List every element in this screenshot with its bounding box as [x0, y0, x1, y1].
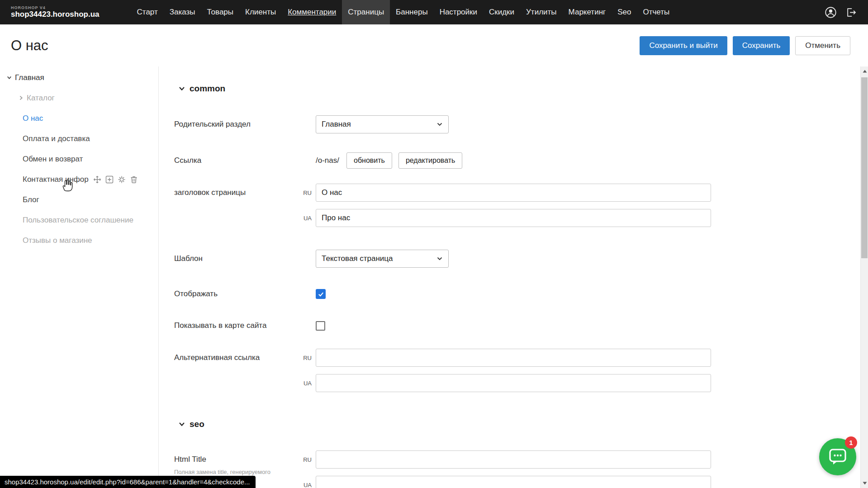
- chat-bubble-icon: [829, 448, 847, 465]
- sidebar-item-label: Контактная инфор: [23, 175, 89, 184]
- parent-section-select[interactable]: Главная: [316, 115, 449, 133]
- lang-tag-ru: RU: [296, 190, 316, 196]
- form-row-display: Отображать: [174, 285, 868, 303]
- lang-tag-ua: UA: [296, 380, 316, 387]
- html-title-ua-input[interactable]: [316, 476, 711, 488]
- parent-section-value: Главная: [322, 120, 351, 129]
- sidebar-item-label: Оплата и доставка: [23, 134, 90, 143]
- nav-item-seo[interactable]: Seo: [612, 0, 637, 24]
- move-icon[interactable]: [93, 175, 101, 184]
- html-title-hint: Полная замена title, генерируемого: [174, 469, 296, 476]
- nav-item-clients[interactable]: Клиенты: [239, 0, 282, 24]
- template-value: Текстовая страница: [322, 254, 393, 263]
- template-label: Шаблон: [174, 254, 296, 263]
- chat-launcher-button[interactable]: 1: [819, 438, 856, 475]
- form-row-sitemap: Показывать в карте сайта: [174, 317, 868, 335]
- sidebar-item-contact-info[interactable]: Контактная инфор: [0, 169, 158, 190]
- chevron-down-icon: [179, 86, 185, 91]
- page-title-ua-input[interactable]: [316, 209, 711, 227]
- chevron-down-icon: [436, 256, 443, 261]
- chat-unread-badge: 1: [845, 436, 857, 449]
- nav-item-reports[interactable]: Отчеты: [637, 0, 675, 24]
- logout-icon[interactable]: [845, 6, 857, 19]
- form-row-alt-link: Альтернативная ссылка RU UA: [174, 349, 868, 392]
- chevron-down-icon: [436, 122, 443, 127]
- chevron-down-icon: [179, 422, 185, 426]
- brand-version-label: HOROSHOP V4: [11, 5, 100, 10]
- nav-item-utilities[interactable]: Утилиты: [520, 0, 563, 24]
- nav-item-comments[interactable]: Комментарии: [282, 0, 342, 24]
- pages-tree-sidebar: Главная Каталог О нас Оплата и доставка …: [0, 66, 159, 488]
- add-page-icon[interactable]: [105, 175, 114, 184]
- cancel-button[interactable]: Отменить: [795, 36, 850, 55]
- nav-item-banners[interactable]: Баннеры: [390, 0, 434, 24]
- page-edit-form: common Родительский раздел Главная Ссылк…: [159, 66, 868, 488]
- nav-item-pages[interactable]: Страницы: [342, 0, 390, 24]
- page-title-label: заголовок страницы: [174, 184, 296, 202]
- sidebar-item-home[interactable]: Главная: [0, 67, 158, 88]
- save-and-exit-button[interactable]: Сохранить и выйти: [640, 36, 727, 55]
- sidebar-item-label: Главная: [15, 73, 44, 82]
- alt-link-ua-input[interactable]: [316, 374, 711, 392]
- tree-item-actions: [93, 175, 138, 184]
- page-body: Главная Каталог О нас Оплата и доставка …: [0, 66, 868, 488]
- link-value: /o-nas/: [316, 156, 339, 165]
- lang-tag-ru: RU: [296, 355, 316, 361]
- chevron-down-icon[interactable]: [5, 75, 13, 81]
- nav-item-orders[interactable]: Заказы: [164, 0, 201, 24]
- sidebar-item-user-agreement[interactable]: Пользовательское соглашение: [0, 210, 158, 230]
- form-row-link: Ссылка /o-nas/ обновить редактировать: [174, 152, 868, 169]
- sidebar-item-about-us[interactable]: О нас: [0, 108, 158, 128]
- sitemap-checkbox[interactable]: [316, 321, 325, 331]
- nav-item-settings[interactable]: Настройки: [434, 0, 483, 24]
- lang-tag-ru: RU: [296, 456, 316, 463]
- sidebar-item-exchange-return[interactable]: Обмен и возврат: [0, 149, 158, 169]
- template-select[interactable]: Текстовая страница: [316, 250, 449, 268]
- nav-item-start[interactable]: Старт: [131, 0, 164, 24]
- page-title-ru-input[interactable]: [316, 184, 711, 202]
- lang-tag-ua: UA: [296, 215, 316, 222]
- gear-icon[interactable]: [118, 175, 126, 184]
- checkmark-icon: [318, 291, 324, 298]
- nav-item-marketing[interactable]: Маркетинг: [563, 0, 612, 24]
- browser-status-url: shop34423.horoshop.ua/edit/edit.php?id=6…: [0, 476, 256, 488]
- sidebar-item-blog[interactable]: Блог: [0, 190, 158, 210]
- display-label: Отображать: [174, 289, 296, 298]
- sidebar-item-payment-delivery[interactable]: Оплата и доставка: [0, 128, 158, 149]
- scrollbar-thumb[interactable]: [861, 77, 868, 258]
- sidebar-item-label: О нас: [23, 114, 43, 123]
- section-seo-label: seo: [190, 419, 204, 429]
- brand-logo[interactable]: HOROSHOP V4 shop34423.horoshop.ua: [11, 5, 100, 19]
- topbar-right-controls: [825, 6, 857, 19]
- header-action-buttons: Сохранить и выйти Сохранить Отменить: [640, 36, 850, 55]
- lang-tag-ua: UA: [296, 482, 316, 488]
- html-title-label: Html Title: [174, 450, 296, 469]
- trash-icon[interactable]: [130, 175, 138, 184]
- edit-link-button[interactable]: редактировать: [398, 152, 462, 169]
- scroll-up-arrow[interactable]: [861, 67, 868, 75]
- html-title-ru-input[interactable]: [316, 450, 711, 469]
- display-checkbox[interactable]: [316, 289, 326, 299]
- user-account-icon[interactable]: [825, 6, 837, 19]
- sidebar-item-store-reviews[interactable]: Отзывы о магазине: [0, 230, 158, 251]
- sidebar-item-catalog[interactable]: Каталог: [0, 88, 158, 108]
- status-url-text: shop34423.horoshop.ua/edit/edit.php?id=6…: [5, 478, 250, 486]
- alt-link-ru-input[interactable]: [316, 349, 711, 367]
- sidebar-item-label: Обмен и возврат: [23, 155, 83, 164]
- nav-item-products[interactable]: Товары: [201, 0, 239, 24]
- top-navigation-bar: HOROSHOP V4 shop34423.horoshop.ua Старт …: [0, 0, 868, 24]
- save-button[interactable]: Сохранить: [733, 36, 790, 55]
- parent-section-label: Родительский раздел: [174, 120, 296, 129]
- scroll-down-arrow[interactable]: [861, 479, 868, 487]
- nav-item-discounts[interactable]: Скидки: [483, 0, 520, 24]
- main-menu: Старт Заказы Товары Клиенты Комментарии …: [131, 0, 676, 24]
- form-row-template: Шаблон Текстовая страница: [174, 250, 868, 268]
- sidebar-item-label: Пользовательское соглашение: [23, 216, 133, 225]
- page-header: О нас Сохранить и выйти Сохранить Отмени…: [0, 24, 868, 66]
- page-title: О нас: [11, 38, 48, 54]
- section-common[interactable]: common: [174, 83, 868, 95]
- link-label: Ссылка: [174, 156, 296, 165]
- chevron-right-icon[interactable]: [17, 95, 24, 101]
- section-seo[interactable]: seo: [174, 418, 868, 430]
- refresh-link-button[interactable]: обновить: [346, 152, 392, 169]
